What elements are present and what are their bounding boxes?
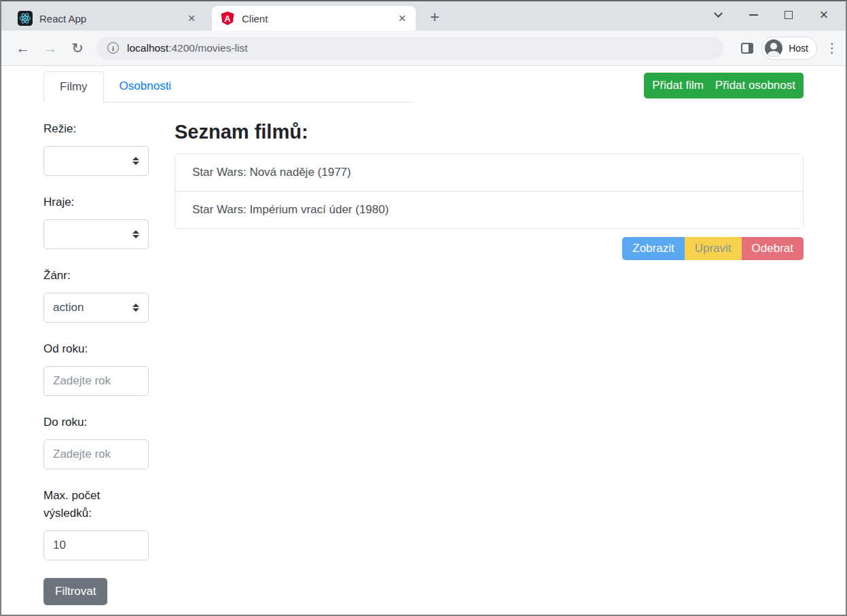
year-from-input[interactable] (43, 366, 149, 396)
filter-sidebar: Režie: Hraje: Žánr: action Od roku: (43, 120, 149, 605)
window-controls: × (700, 4, 842, 26)
react-icon (18, 11, 33, 26)
genre-select-value: action (53, 301, 84, 314)
site-info-icon[interactable]: i (107, 42, 119, 54)
browser-tab-strip: React App × A Client × + × (1, 1, 846, 31)
forward-icon: → (38, 36, 62, 60)
profile-chip[interactable]: Host (761, 37, 817, 60)
browser-window: React App × A Client × + × ← → ↻ i local… (0, 0, 847, 616)
browser-menu-icon[interactable]: ⋮ (825, 40, 839, 56)
tab-search-chevron-icon[interactable] (700, 4, 736, 26)
browser-tab-client[interactable]: A Client × (212, 6, 416, 31)
view-button[interactable]: Zobrazit (622, 237, 684, 260)
movie-item-actions: Zobrazit Upravit Odebrat (175, 237, 804, 260)
browser-tab-react-app[interactable]: React App × (10, 6, 205, 31)
genre-label: Žánr: (43, 267, 149, 285)
page-title: Seznam filmů: (175, 120, 804, 143)
movie-list: Star Wars: Nová naděje (1977) Star Wars:… (175, 153, 804, 229)
select-arrows-icon (132, 230, 139, 238)
edit-button[interactable]: Upravit (685, 237, 742, 260)
back-icon[interactable]: ← (11, 36, 35, 60)
svg-text:A: A (224, 14, 230, 24)
movie-list-item[interactable]: Star Wars: Impérium vrací úder (1980) (175, 192, 803, 228)
page-content: Filmy Osobnosti Přidat film Přidat osobn… (1, 66, 846, 615)
max-results-input[interactable] (43, 530, 149, 560)
close-window-button[interactable]: × (806, 4, 842, 26)
actor-label: Hraje: (43, 194, 149, 211)
add-film-button[interactable]: Přidat film (652, 79, 704, 92)
reload-icon[interactable]: ↻ (65, 36, 90, 60)
director-label: Režie: (43, 120, 149, 138)
url-host: localhost (127, 42, 168, 54)
browser-toolbar: ← → ↻ i localhost:4200/movies-list Host … (1, 31, 846, 66)
genre-select[interactable]: action (43, 293, 149, 323)
side-panel-icon[interactable] (741, 43, 753, 54)
add-actions-block: Přidat film Přidat osobnost (644, 73, 804, 98)
url-path: :4200/movies-list (168, 42, 247, 54)
profile-avatar-icon (765, 39, 782, 57)
max-results-label: Max. počet výsledků: (43, 487, 149, 522)
movie-list-section: Seznam filmů: Star Wars: Nová naděje (19… (175, 120, 804, 605)
filter-button[interactable]: Filtrovat (43, 578, 107, 605)
select-arrows-icon (132, 157, 139, 165)
maximize-button[interactable] (771, 4, 806, 26)
director-select[interactable] (43, 146, 149, 176)
add-person-button[interactable]: Přidat osobnost (715, 79, 795, 92)
tab-close-icon[interactable]: × (395, 12, 409, 25)
app-nav-tabs: Filmy Osobnosti (43, 71, 412, 103)
year-to-label: Do roku: (43, 414, 149, 431)
profile-name: Host (789, 43, 808, 54)
tab-osobnosti[interactable]: Osobnosti (104, 71, 187, 102)
select-arrows-icon (132, 304, 139, 312)
new-tab-button[interactable]: + (425, 7, 444, 26)
minimize-button[interactable] (736, 4, 771, 26)
tab-close-icon[interactable]: × (185, 12, 198, 25)
actor-select[interactable] (43, 219, 149, 249)
url-text[interactable]: localhost:4200/movies-list (127, 42, 247, 54)
angular-icon: A (220, 11, 235, 26)
tab-filmy[interactable]: Filmy (43, 71, 104, 103)
address-bar[interactable]: i localhost:4200/movies-list (96, 37, 723, 60)
year-from-label: Od roku: (43, 340, 149, 358)
tab-title: Client (242, 13, 395, 24)
year-to-input[interactable] (43, 439, 149, 469)
movie-list-item[interactable]: Star Wars: Nová naděje (1977) (175, 154, 803, 192)
remove-button[interactable]: Odebrat (742, 237, 804, 260)
tab-title: React App (39, 13, 185, 24)
